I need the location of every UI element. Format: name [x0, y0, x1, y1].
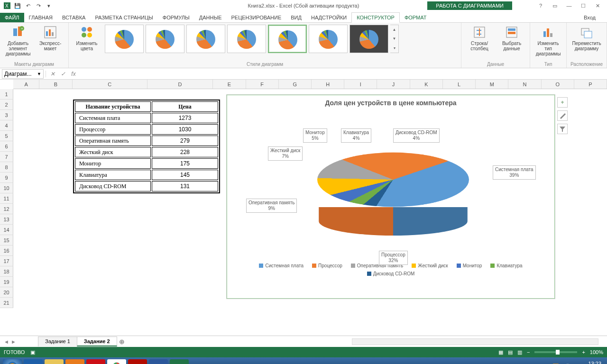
view-normal-icon[interactable]: ▦: [498, 349, 503, 355]
table-cell[interactable]: Дисковод CD-ROM: [75, 181, 151, 191]
data-table[interactable]: Название устройстваЦенаСистемная плата12…: [73, 100, 220, 193]
table-header[interactable]: Название устройства: [75, 101, 151, 112]
chart-style-5-selected[interactable]: [268, 25, 307, 53]
chart-data-label[interactable]: Дисковод CD-ROM4%: [393, 128, 440, 143]
chart-style-1[interactable]: [105, 25, 144, 53]
taskbar-chrome-icon[interactable]: [107, 359, 126, 364]
change-chart-type-button[interactable]: Изменить тип диаграммы: [534, 25, 562, 56]
chart-plot-area[interactable]: Системная плата39%Процессор32%Оперативна…: [227, 109, 554, 260]
table-cell[interactable]: Жесткий диск: [75, 147, 151, 157]
column-header[interactable]: J: [377, 80, 410, 89]
view-page-break-icon[interactable]: ▥: [517, 349, 522, 355]
chart-data-label[interactable]: Клавиатура4%: [341, 128, 371, 143]
table-cell[interactable]: Клавиатура: [75, 170, 151, 180]
ribbon-tab-формулы[interactable]: ФОРМУЛЫ: [158, 13, 194, 22]
table-row[interactable]: Процессор1030: [75, 124, 218, 135]
chart-styles-button[interactable]: [557, 110, 568, 121]
row-header[interactable]: 5: [0, 131, 13, 141]
chart-filter-button[interactable]: [557, 124, 568, 134]
chart-data-label[interactable]: Жесткий диск7%: [268, 146, 303, 161]
row-header[interactable]: 3: [0, 110, 13, 120]
table-cell[interactable]: Монитор: [75, 158, 151, 169]
column-header[interactable]: C: [73, 80, 147, 89]
ribbon-tab-данные[interactable]: ДАННЫЕ: [194, 13, 227, 22]
move-chart-button[interactable]: Переместить диаграмму: [572, 25, 601, 51]
sign-in-link[interactable]: Вход: [579, 13, 607, 22]
column-header[interactable]: B: [39, 80, 72, 89]
legend-item[interactable]: Процессор: [312, 263, 342, 268]
row-header[interactable]: 11: [0, 193, 13, 204]
zoom-out-icon[interactable]: −: [527, 349, 530, 355]
column-header[interactable]: A: [13, 80, 39, 89]
ribbon-tab-конструктор[interactable]: КОНСТРУКТОР: [351, 12, 400, 23]
row-header[interactable]: 20: [0, 287, 13, 298]
zoom-slider[interactable]: [534, 351, 577, 353]
zoom-level[interactable]: 100%: [590, 349, 603, 355]
row-header[interactable]: 10: [0, 183, 13, 193]
chart-title[interactable]: Доля цен устройств в цене компьютера: [227, 95, 554, 109]
row-header[interactable]: 16: [0, 246, 13, 256]
name-box[interactable]: Диаграм...▼: [2, 69, 44, 79]
table-cell[interactable]: Оперативная память: [75, 136, 151, 146]
table-cell[interactable]: 175: [152, 158, 218, 169]
column-header[interactable]: K: [410, 80, 443, 89]
chart-data-label[interactable]: Системная плата39%: [493, 165, 536, 180]
taskbar-pdf-icon[interactable]: A: [128, 359, 147, 364]
chart-data-label[interactable]: Монитор5%: [303, 128, 327, 143]
row-header[interactable]: 8: [0, 162, 13, 173]
row-header[interactable]: 19: [0, 277, 13, 287]
row-header[interactable]: 1: [0, 89, 13, 100]
legend-item[interactable]: Жесткий диск: [412, 263, 448, 268]
table-cell[interactable]: Процессор: [75, 124, 151, 135]
row-header[interactable]: 21: [0, 298, 13, 308]
row-header[interactable]: 13: [0, 214, 13, 225]
sheet-nav-prev-icon[interactable]: ◄: [4, 339, 9, 345]
table-cell[interactable]: 1273: [152, 113, 218, 123]
change-colors-button[interactable]: Изменить цвета: [73, 25, 101, 51]
taskbar-opera-icon[interactable]: O: [86, 359, 105, 364]
row-header[interactable]: 2: [0, 100, 13, 110]
zoom-in-icon[interactable]: +: [582, 349, 585, 355]
horizontal-scrollbar[interactable]: [352, 338, 598, 345]
worksheet-grid[interactable]: ABCDEFGHIJKLMNOP 12345678910111213141516…: [0, 80, 607, 336]
row-header[interactable]: 4: [0, 120, 13, 131]
chart-data-label[interactable]: Процессор32%: [379, 251, 408, 265]
row-header[interactable]: 12: [0, 204, 13, 214]
enter-formula-icon[interactable]: ✓: [59, 71, 67, 77]
ribbon-tab-рецензирование[interactable]: РЕЦЕНЗИРОВАНИЕ: [226, 13, 286, 22]
column-header[interactable]: L: [443, 80, 476, 89]
table-cell[interactable]: 131: [152, 181, 218, 191]
add-chart-element-button[interactable]: + Добавить элемент диаграммы: [4, 25, 32, 56]
table-row[interactable]: Клавиатура145: [75, 170, 218, 180]
column-header[interactable]: G: [279, 80, 312, 89]
express-layout-button[interactable]: Экспресс-макет: [36, 25, 64, 51]
close-icon[interactable]: ✕: [592, 3, 603, 9]
redo-icon[interactable]: ↷: [34, 1, 43, 10]
table-cell[interactable]: 279: [152, 136, 218, 146]
tray-clock[interactable]: 13:23 16.05.2016: [575, 361, 601, 364]
undo-icon[interactable]: ↶: [24, 1, 32, 10]
table-row[interactable]: Монитор175: [75, 158, 218, 169]
column-header[interactable]: M: [476, 80, 508, 89]
table-header[interactable]: Цена: [152, 101, 218, 112]
taskbar-ie-icon[interactable]: e: [24, 359, 43, 364]
switch-row-column-button[interactable]: Строка/столбец: [465, 25, 494, 51]
table-cell[interactable]: 145: [152, 170, 218, 180]
taskbar-excel-icon[interactable]: X: [170, 359, 189, 364]
legend-item[interactable]: Дисковод CD-ROM: [367, 271, 415, 276]
maximize-icon[interactable]: ☐: [578, 3, 589, 9]
row-header[interactable]: 6: [0, 141, 13, 152]
sheet-tab[interactable]: Задание 1: [38, 337, 77, 346]
legend-item[interactable]: Клавиатура: [490, 263, 522, 268]
chart-style-6[interactable]: [309, 25, 348, 53]
chart-styles-more[interactable]: ▲▼▾: [390, 25, 399, 53]
column-header[interactable]: I: [344, 80, 377, 89]
fx-icon[interactable]: fx: [70, 71, 77, 77]
table-row[interactable]: Жесткий диск228: [75, 147, 218, 157]
taskbar-media-icon[interactable]: ▶: [65, 359, 84, 364]
ribbon-tab-формат[interactable]: ФОРМАТ: [400, 13, 432, 22]
column-header[interactable]: H: [312, 80, 344, 89]
taskbar-explorer-icon[interactable]: 📁: [45, 359, 64, 364]
help-icon[interactable]: ?: [535, 3, 546, 9]
table-cell[interactable]: 228: [152, 147, 218, 157]
